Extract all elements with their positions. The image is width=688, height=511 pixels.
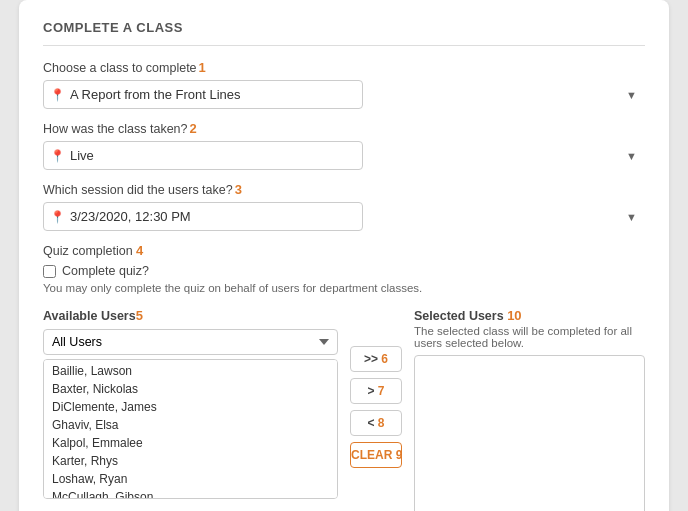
add-button[interactable]: > 7	[350, 378, 402, 404]
quiz-section: Quiz completion 4 Complete quiz? You may…	[43, 243, 645, 294]
user-list[interactable]: Baillie, LawsonBaxter, NickolasDiClement…	[43, 359, 338, 499]
list-item[interactable]: Karter, Rhys	[44, 452, 337, 470]
how-select[interactable]: Live	[43, 141, 363, 170]
list-item[interactable]: Baxter, Nickolas	[44, 380, 337, 398]
session-select-wrapper: 📍 3/23/2020, 12:30 PM ▼	[43, 202, 645, 231]
available-users-title: Available Users5	[43, 308, 338, 323]
users-section: Available Users5 All Users Baillie, Laws…	[43, 308, 645, 511]
how-label: How was the class taken?2	[43, 121, 645, 136]
quiz-title: Quiz completion 4	[43, 243, 645, 258]
selected-users-note: The selected class will be completed for…	[414, 325, 645, 349]
quiz-checkbox-label[interactable]: Complete quiz?	[43, 264, 645, 278]
clear-button[interactable]: CLEAR 9	[350, 442, 402, 468]
how-chevron-icon: ▼	[626, 150, 637, 162]
class-label: Choose a class to complete1	[43, 60, 645, 75]
filter-select[interactable]: All Users	[43, 329, 338, 355]
quiz-checkbox[interactable]	[43, 265, 56, 278]
session-label: Which session did the users take?3	[43, 182, 645, 197]
selected-users-panel: Selected Users 10 The selected class wil…	[414, 308, 645, 511]
add-all-button[interactable]: >> 6	[350, 346, 402, 372]
list-item[interactable]: DiClemente, James	[44, 398, 337, 416]
card-title: COMPLETE A CLASS	[43, 20, 645, 46]
transfer-buttons: >> 6 > 7 < 8 CLEAR 9	[346, 308, 406, 468]
list-item[interactable]: Loshaw, Ryan	[44, 470, 337, 488]
list-item[interactable]: McCullagh, Gibson	[44, 488, 337, 499]
list-item[interactable]: Baillie, Lawson	[44, 362, 337, 380]
list-item[interactable]: Kalpol, Emmalee	[44, 434, 337, 452]
how-select-wrapper: 📍 Live ▼	[43, 141, 645, 170]
selected-users-title: Selected Users 10	[414, 308, 645, 323]
selected-user-list[interactable]	[414, 355, 645, 511]
remove-button[interactable]: < 8	[350, 410, 402, 436]
list-item[interactable]: Ghaviv, Elsa	[44, 416, 337, 434]
complete-class-card: COMPLETE A CLASS Choose a class to compl…	[19, 0, 669, 511]
session-chevron-icon: ▼	[626, 211, 637, 223]
class-select[interactable]: A Report from the Front Lines	[43, 80, 363, 109]
available-users-panel: Available Users5 All Users Baillie, Laws…	[43, 308, 338, 499]
session-select[interactable]: 3/23/2020, 12:30 PM	[43, 202, 363, 231]
quiz-note: You may only complete the quiz on behalf…	[43, 282, 645, 294]
class-chevron-icon: ▼	[626, 89, 637, 101]
class-select-wrapper: 📍 A Report from the Front Lines ▼	[43, 80, 645, 109]
